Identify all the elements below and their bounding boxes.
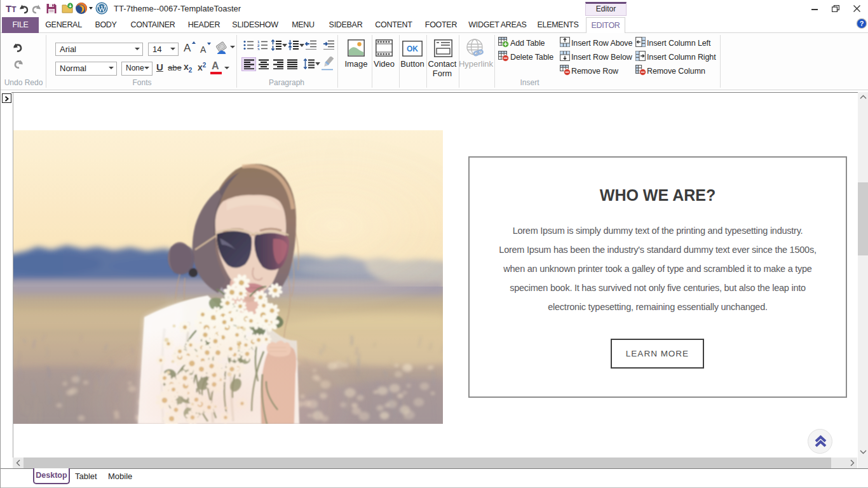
svg-text:3: 3 (257, 48, 260, 51)
svg-text:OK: OK (407, 44, 418, 53)
svg-text:?: ? (860, 20, 864, 27)
